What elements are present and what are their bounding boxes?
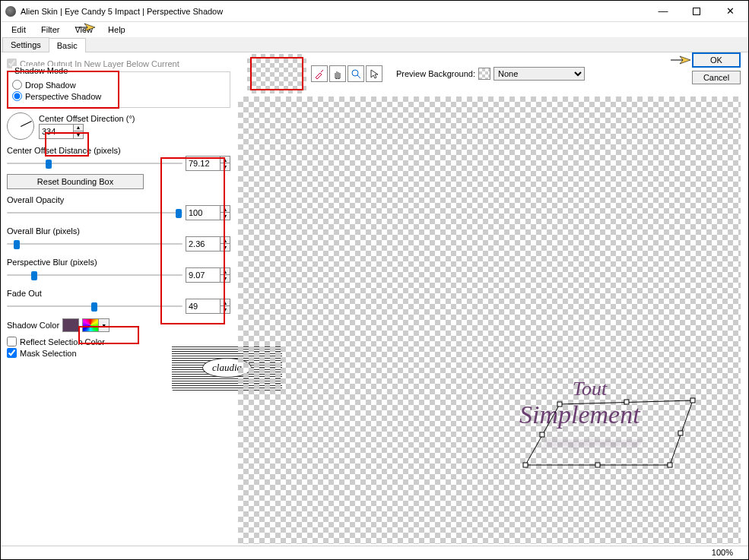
svg-rect-6 <box>668 463 672 467</box>
direction-spinner[interactable]: ▲▼ <box>74 124 84 139</box>
fade-input[interactable] <box>186 299 221 314</box>
direction-label: Center Offset Direction (°) <box>39 114 135 123</box>
tab-basic[interactable]: Basic <box>49 38 86 52</box>
svg-rect-4 <box>557 402 562 407</box>
opacity-spinner[interactable]: ▲▼ <box>221 205 230 220</box>
distance-input[interactable] <box>186 156 221 171</box>
zoom-icon[interactable] <box>348 65 364 82</box>
blur-spinner[interactable]: ▲▼ <box>221 236 230 252</box>
menu-view[interactable]: View <box>67 24 100 36</box>
svg-rect-9 <box>678 431 683 435</box>
drop-shadow-row[interactable]: Drop Shadow <box>12 80 225 90</box>
maximize-button[interactable] <box>680 2 713 21</box>
svg-rect-8 <box>624 400 629 404</box>
settings-panel: Create Output In New Layer Below Current… <box>1 52 236 546</box>
blur-label: Overall Blur (pixels) <box>7 226 230 236</box>
menu-filter[interactable]: Filter <box>33 24 67 36</box>
tabstrip: Settings Basic <box>1 37 748 52</box>
tab-settings[interactable]: Settings <box>2 37 49 52</box>
pblur-slider[interactable] <box>7 270 182 280</box>
pblur-input[interactable] <box>186 267 221 283</box>
shadow-mode-group: Shadow Mode Drop Shadow Perspective Shad… <box>7 71 230 108</box>
perspective-shadow-row[interactable]: Perspective Shadow <box>12 91 225 101</box>
distance-slider[interactable] <box>7 158 182 169</box>
opacity-input[interactable] <box>186 205 221 220</box>
direction-input[interactable] <box>39 124 74 139</box>
shadow-color-label: Shadow Color <box>7 321 59 330</box>
opacity-slider[interactable] <box>7 207 182 218</box>
svg-rect-7 <box>523 463 528 467</box>
perspective-shadow-radio[interactable] <box>12 91 22 101</box>
eyedropper-icon[interactable] <box>311 65 328 82</box>
window-title: Alien Skin | Eye Candy 5 Impact | Perspe… <box>21 7 223 16</box>
drop-shadow-radio[interactable] <box>12 80 22 90</box>
mask-checkbox[interactable] <box>7 348 17 358</box>
close-button[interactable]: ✕ <box>713 2 747 21</box>
opacity-label: Overall Opacity <box>7 195 230 204</box>
fade-spinner[interactable]: ▲▼ <box>221 299 230 314</box>
svg-point-1 <box>352 70 358 76</box>
shadow-color-dropdown[interactable]: ▼ <box>99 318 109 332</box>
preview-canvas[interactable]: Tout Simplement Simplement <box>238 96 741 544</box>
minimize-button[interactable]: — <box>646 2 680 21</box>
preview-toolbar: Preview Background: None <box>308 52 588 95</box>
reflect-checkbox[interactable] <box>7 337 17 346</box>
distance-spinner[interactable]: ▲▼ <box>221 156 230 171</box>
blur-input[interactable] <box>186 236 221 252</box>
fade-slider[interactable] <box>7 301 182 312</box>
pointer-hand-icon <box>669 53 690 67</box>
reflect-label: Reflect Selection Color <box>20 337 105 346</box>
menubar: Edit Filter View Help <box>1 22 748 37</box>
bounding-box[interactable] <box>522 397 697 473</box>
blur-slider[interactable] <box>7 239 182 249</box>
svg-rect-0 <box>693 8 700 14</box>
drop-shadow-label: Drop Shadow <box>25 81 76 90</box>
preview-bg-label: Preview Background: <box>396 69 475 78</box>
preview-panel: Preview Background: None OK Cancel Tout … <box>236 52 748 546</box>
svg-line-2 <box>357 75 360 78</box>
arrow-icon[interactable] <box>366 65 382 82</box>
preview-bg-swatch[interactable] <box>478 68 490 80</box>
svg-rect-5 <box>690 398 695 403</box>
reset-bounding-box-button[interactable]: Reset Bounding Box <box>7 174 144 189</box>
mask-label: Mask Selection <box>20 349 77 358</box>
cancel-button[interactable]: Cancel <box>692 71 741 84</box>
svg-rect-10 <box>595 463 600 467</box>
direction-dial[interactable] <box>7 112 34 140</box>
statusbar: 100% <box>1 546 748 559</box>
menu-help[interactable]: Help <box>100 24 133 36</box>
app-icon <box>5 6 16 17</box>
titlebar: Alien Skin | Eye Candy 5 Impact | Perspe… <box>1 1 748 22</box>
pblur-label: Perspective Blur (pixels) <box>7 258 230 267</box>
preview-bg-select[interactable]: None <box>494 67 585 81</box>
pblur-spinner[interactable]: ▲▼ <box>221 267 230 283</box>
zoom-level: 100% <box>712 548 733 558</box>
svg-marker-3 <box>525 400 693 465</box>
menu-edit[interactable]: Edit <box>4 24 33 36</box>
distance-label: Center Offset Distance (pixels) <box>7 146 230 155</box>
shadow-color-picker-icon[interactable] <box>82 318 99 332</box>
shadow-color-swatch[interactable] <box>62 318 79 332</box>
perspective-shadow-label: Perspective Shadow <box>25 92 101 101</box>
hand-icon[interactable] <box>329 65 346 82</box>
preview-thumbnail[interactable] <box>247 54 306 93</box>
fade-label: Fade Out <box>7 289 230 298</box>
ok-button[interactable]: OK <box>692 52 741 68</box>
shadow-mode-legend: Shadow Mode <box>12 66 70 75</box>
svg-rect-11 <box>540 432 544 437</box>
